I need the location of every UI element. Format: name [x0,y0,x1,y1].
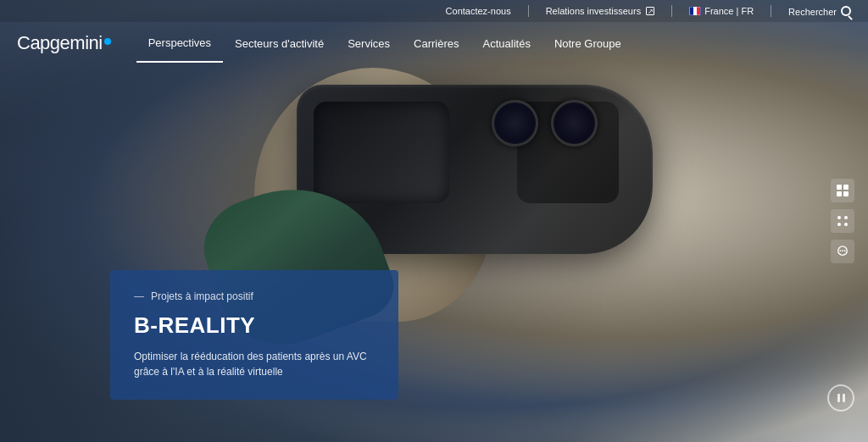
contact-link[interactable]: Contactez-nous [446,6,511,16]
svg-point-5 [844,216,848,219]
divider-3 [771,5,771,17]
search-link[interactable]: Rechercher [788,5,851,17]
card-description: Optimiser la rééducation des patients ap… [134,349,375,379]
grid-view-button[interactable] [831,179,854,202]
svg-point-7 [844,223,848,226]
nav-item-carrieres[interactable]: Carrières [402,25,470,62]
svg-point-9 [840,250,842,251]
nav-item-perspectives[interactable]: Perspectives [136,25,223,63]
svg-point-11 [844,250,846,251]
svg-rect-1 [843,185,849,190]
chat-button[interactable] [831,240,854,263]
pause-bar-left [837,394,840,402]
chat-icon [837,246,849,257]
svg-point-10 [842,250,843,251]
external-link-icon: ↗ [646,7,654,15]
logo[interactable]: Capgemini [17,32,111,54]
region-selector[interactable]: France | FR [689,6,754,17]
svg-rect-3 [843,191,849,196]
flag-region: France | FR [689,6,754,16]
top-navigation: Contactez-nous Relations investisseurs ↗… [0,0,868,64]
utility-bar: Contactez-nous Relations investisseurs ↗… [0,0,868,22]
nav-item-services[interactable]: Services [336,25,402,62]
pause-bar-right [843,394,845,402]
france-flag-icon [689,7,701,15]
svg-point-6 [837,223,841,226]
nav-item-secteurs[interactable]: Secteurs d'activité [223,25,336,62]
hero-content-card: Projets à impact positif B-REALITY Optim… [110,270,398,400]
divider-1 [528,5,529,17]
nav-item-notre-groupe[interactable]: Notre Groupe [542,25,633,62]
right-controls [831,179,854,263]
logo-dot-icon [104,38,111,45]
card-tag: Projets à impact positif [134,290,375,302]
pause-icon [837,394,845,402]
svg-rect-2 [837,191,842,196]
search-label: Rechercher [788,7,837,17]
grid-icon [837,185,849,196]
divider-2 [671,5,672,17]
svg-point-4 [837,216,841,219]
investor-label: Relations investisseurs [546,6,642,16]
nav-item-actualites[interactable]: Actualités [471,25,542,62]
apps-button[interactable] [831,209,854,233]
nav-links-list: Perspectives Secteurs d'activité Service… [136,25,851,63]
logo-text: Capgemini [17,32,103,54]
search-icon [841,6,851,16]
main-navigation: Capgemini Perspectives Secteurs d'activi… [0,22,868,64]
apps-icon [837,215,849,227]
card-title: B-REALITY [134,312,375,339]
region-label: France | FR [704,6,754,16]
pause-button[interactable] [827,384,854,412]
svg-rect-0 [837,185,842,190]
investor-relations-link[interactable]: Relations investisseurs ↗ [546,6,655,16]
